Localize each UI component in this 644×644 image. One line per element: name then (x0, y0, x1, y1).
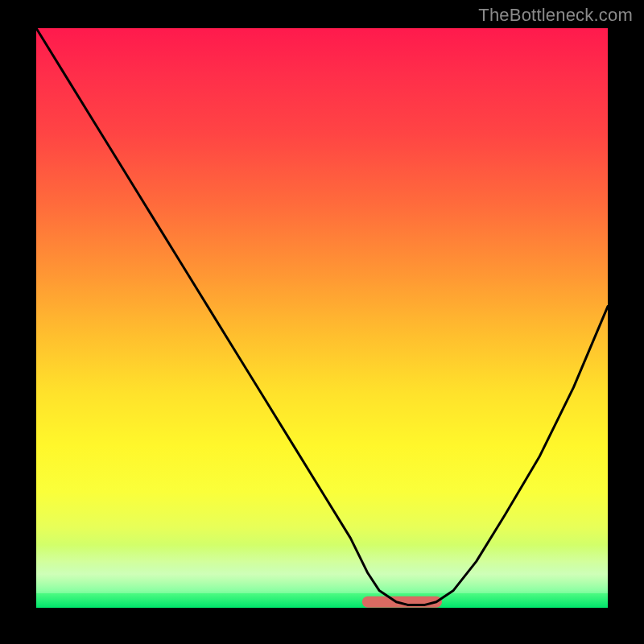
gradient-plot-background (36, 28, 608, 608)
chart-frame: TheBottleneck.com (0, 0, 644, 644)
attribution-text: TheBottleneck.com (478, 5, 633, 26)
